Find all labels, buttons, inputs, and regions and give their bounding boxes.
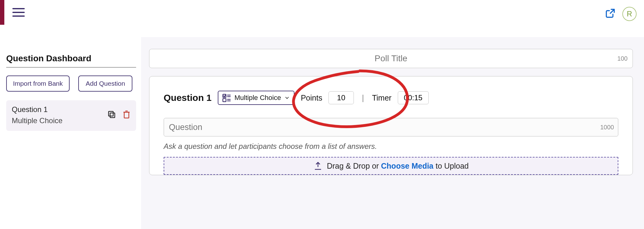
poll-title-char-counter: 100: [617, 55, 628, 62]
question-list-item[interactable]: Question 1 Multiple Choice: [6, 100, 136, 131]
multiple-choice-icon: [222, 93, 231, 102]
question-dashboard-sidebar: Question Dashboard Import from Bank Add …: [6, 54, 136, 131]
upload-text-post: to Upload: [433, 162, 469, 170]
separator: |: [360, 93, 366, 103]
upload-text-pre: Drag & Drop or: [327, 162, 381, 170]
points-input[interactable]: [328, 91, 354, 104]
poll-title-input[interactable]: [149, 54, 633, 63]
timer-label: Timer: [372, 93, 392, 102]
choose-media-link[interactable]: Choose Media: [381, 162, 433, 170]
upload-icon: [313, 161, 323, 171]
svg-rect-2: [124, 112, 129, 118]
brand-stub: [0, 0, 4, 25]
points-label: Points: [301, 93, 322, 102]
add-question-button[interactable]: Add Question: [78, 76, 132, 92]
question-type-dropdown[interactable]: Multiple Choice: [218, 91, 294, 105]
svg-rect-1: [109, 111, 113, 116]
svg-rect-0: [110, 113, 115, 118]
poll-title-field-wrap: 100: [149, 49, 633, 68]
editor-panel: 100 Question 1 Multiple Choice Points: [141, 37, 644, 229]
question-list-item-subtitle: Multiple Choice: [12, 116, 62, 126]
question-char-counter: 1000: [600, 124, 614, 131]
timer-input[interactable]: [398, 91, 429, 104]
question-number-label: Question 1: [164, 93, 212, 103]
avatar-initial: R: [627, 10, 632, 18]
media-upload-dropzone[interactable]: Drag & Drop or Choose Media to Upload: [164, 157, 618, 175]
chevron-down-icon: [284, 95, 290, 101]
dashboard-title: Question Dashboard: [6, 54, 136, 67]
question-type-label: Multiple Choice: [234, 94, 281, 102]
question-list-item-title: Question 1: [12, 105, 62, 114]
question-editor-panel: Question 1 Multiple Choice Points | Time…: [149, 76, 633, 175]
svg-rect-6: [223, 99, 226, 102]
hamburger-menu-button[interactable]: [12, 8, 25, 17]
question-helper-text: Ask a question and let participants choo…: [164, 142, 618, 151]
avatar[interactable]: R: [622, 7, 637, 21]
trash-icon[interactable]: [122, 109, 131, 121]
question-text-input[interactable]: [164, 118, 618, 136]
external-link-icon[interactable]: [605, 8, 616, 20]
duplicate-icon[interactable]: [107, 110, 116, 120]
import-from-bank-button[interactable]: Import from Bank: [6, 76, 70, 92]
